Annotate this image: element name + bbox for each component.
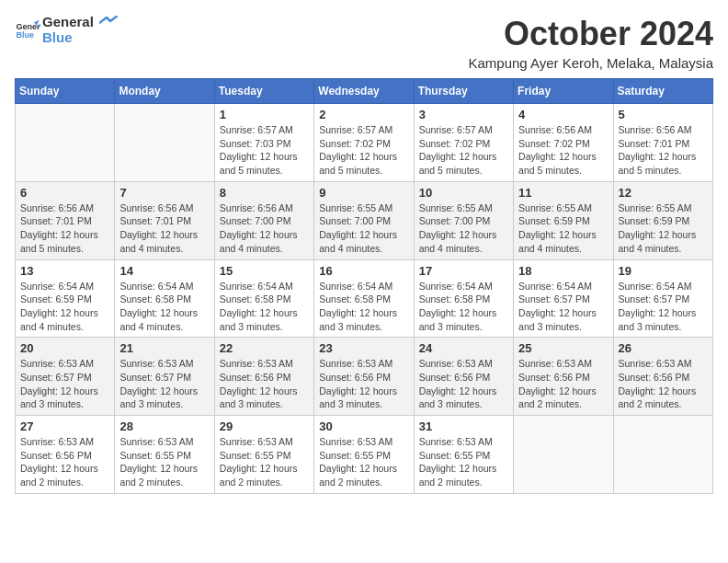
day-info: Sunrise: 6:57 AMSunset: 7:02 PMDaylight:… (419, 123, 508, 178)
day-number: 10 (419, 186, 508, 200)
header-sunday: Sunday (16, 79, 115, 104)
day-info: Sunrise: 6:54 AMSunset: 6:57 PMDaylight:… (619, 280, 708, 334)
day-info: Sunrise: 6:56 AMSunset: 7:00 PMDaylight:… (220, 201, 309, 256)
day-number: 13 (20, 264, 109, 278)
logo: General Blue General Blue (15, 15, 118, 46)
day-info: Sunrise: 6:53 AMSunset: 6:56 PMDaylight:… (20, 435, 109, 489)
location-title: Kampung Ayer Keroh, Melaka, Malaysia (468, 55, 713, 71)
calendar-cell: 25Sunrise: 6:53 AMSunset: 6:56 PMDayligh… (514, 338, 613, 416)
day-number: 14 (119, 264, 209, 278)
header-thursday: Thursday (414, 79, 513, 104)
calendar-cell: 23Sunrise: 6:53 AMSunset: 6:56 PMDayligh… (314, 338, 414, 416)
calendar-header: SundayMondayTuesdayWednesdayThursdayFrid… (16, 79, 713, 104)
day-info: Sunrise: 6:56 AMSunset: 7:01 PMDaylight:… (20, 201, 109, 256)
day-number: 22 (220, 341, 309, 355)
logo-bird-icon (99, 16, 118, 30)
calendar-body: 1Sunrise: 6:57 AMSunset: 7:03 PMDaylight… (16, 104, 713, 494)
day-number: 21 (119, 341, 209, 355)
day-number: 29 (220, 419, 309, 433)
day-info: Sunrise: 6:55 AMSunset: 6:59 PMDaylight:… (619, 201, 708, 256)
day-number: 26 (619, 341, 708, 355)
day-number: 9 (319, 186, 408, 200)
svg-text:Blue: Blue (16, 30, 34, 40)
day-info: Sunrise: 6:53 AMSunset: 6:56 PMDaylight:… (319, 357, 408, 411)
calendar-cell: 4Sunrise: 6:56 AMSunset: 7:02 PMDaylight… (514, 104, 613, 182)
calendar-cell: 13Sunrise: 6:54 AMSunset: 6:59 PMDayligh… (16, 259, 115, 338)
header-monday: Monday (115, 79, 214, 104)
day-info: Sunrise: 6:54 AMSunset: 6:58 PMDaylight:… (220, 280, 309, 334)
week-row-0: 1Sunrise: 6:57 AMSunset: 7:03 PMDaylight… (16, 104, 713, 182)
calendar-cell: 28Sunrise: 6:53 AMSunset: 6:55 PMDayligh… (115, 416, 214, 494)
calendar-cell: 1Sunrise: 6:57 AMSunset: 7:03 PMDaylight… (214, 104, 313, 182)
calendar-cell: 27Sunrise: 6:53 AMSunset: 6:56 PMDayligh… (16, 416, 115, 494)
day-info: Sunrise: 6:53 AMSunset: 6:55 PMDaylight:… (119, 435, 209, 489)
calendar-cell: 26Sunrise: 6:53 AMSunset: 6:56 PMDayligh… (613, 338, 712, 416)
calendar-cell: 31Sunrise: 6:53 AMSunset: 6:55 PMDayligh… (414, 416, 513, 494)
calendar-cell: 15Sunrise: 6:54 AMSunset: 6:58 PMDayligh… (214, 259, 313, 338)
calendar-cell: 8Sunrise: 6:56 AMSunset: 7:00 PMDaylight… (214, 181, 313, 259)
header-saturday: Saturday (613, 79, 712, 104)
week-row-4: 27Sunrise: 6:53 AMSunset: 6:56 PMDayligh… (16, 416, 713, 494)
week-row-2: 13Sunrise: 6:54 AMSunset: 6:59 PMDayligh… (16, 259, 713, 338)
day-info: Sunrise: 6:53 AMSunset: 6:55 PMDaylight:… (319, 435, 408, 489)
day-info: Sunrise: 6:54 AMSunset: 6:58 PMDaylight:… (119, 280, 209, 334)
day-info: Sunrise: 6:53 AMSunset: 6:57 PMDaylight:… (119, 357, 209, 411)
day-number: 31 (419, 419, 508, 433)
calendar-cell (514, 416, 613, 494)
header-row: SundayMondayTuesdayWednesdayThursdayFrid… (16, 79, 713, 104)
day-number: 6 (20, 186, 109, 200)
day-number: 5 (619, 108, 708, 121)
day-number: 2 (319, 108, 408, 121)
day-number: 12 (619, 186, 708, 200)
calendar-cell: 24Sunrise: 6:53 AMSunset: 6:56 PMDayligh… (414, 338, 513, 416)
calendar-cell (115, 104, 214, 182)
day-number: 27 (20, 419, 109, 433)
day-number: 4 (518, 108, 608, 121)
day-number: 19 (619, 264, 708, 278)
week-row-3: 20Sunrise: 6:53 AMSunset: 6:57 PMDayligh… (16, 338, 713, 416)
week-row-1: 6Sunrise: 6:56 AMSunset: 7:01 PMDaylight… (16, 181, 713, 259)
day-info: Sunrise: 6:53 AMSunset: 6:55 PMDaylight:… (419, 435, 508, 489)
day-info: Sunrise: 6:54 AMSunset: 6:58 PMDaylight:… (419, 280, 508, 334)
day-number: 7 (119, 186, 209, 200)
day-info: Sunrise: 6:56 AMSunset: 7:01 PMDaylight:… (119, 201, 209, 256)
day-info: Sunrise: 6:53 AMSunset: 6:56 PMDaylight:… (419, 357, 508, 411)
day-info: Sunrise: 6:54 AMSunset: 6:59 PMDaylight:… (20, 280, 109, 334)
calendar-cell: 3Sunrise: 6:57 AMSunset: 7:02 PMDaylight… (414, 104, 513, 182)
day-number: 3 (419, 108, 508, 121)
logo-blue: Blue (42, 30, 118, 46)
day-number: 25 (518, 341, 608, 355)
day-info: Sunrise: 6:54 AMSunset: 6:57 PMDaylight:… (518, 280, 608, 334)
calendar-cell: 6Sunrise: 6:56 AMSunset: 7:01 PMDaylight… (16, 181, 115, 259)
calendar-cell: 11Sunrise: 6:55 AMSunset: 6:59 PMDayligh… (514, 181, 613, 259)
day-info: Sunrise: 6:54 AMSunset: 6:58 PMDaylight:… (319, 280, 408, 334)
calendar-cell: 10Sunrise: 6:55 AMSunset: 7:00 PMDayligh… (414, 181, 513, 259)
day-info: Sunrise: 6:55 AMSunset: 7:00 PMDaylight:… (319, 201, 408, 256)
header-friday: Friday (514, 79, 613, 104)
title-area: October 2024 Kampung Ayer Keroh, Melaka,… (468, 15, 713, 71)
day-info: Sunrise: 6:53 AMSunset: 6:56 PMDaylight:… (518, 357, 608, 411)
calendar-cell: 7Sunrise: 6:56 AMSunset: 7:01 PMDaylight… (115, 181, 214, 259)
day-info: Sunrise: 6:56 AMSunset: 7:02 PMDaylight:… (518, 123, 608, 178)
day-number: 24 (419, 341, 508, 355)
header-tuesday: Tuesday (214, 79, 313, 104)
calendar-cell: 20Sunrise: 6:53 AMSunset: 6:57 PMDayligh… (16, 338, 115, 416)
day-info: Sunrise: 6:53 AMSunset: 6:56 PMDaylight:… (220, 357, 309, 411)
calendar-cell: 2Sunrise: 6:57 AMSunset: 7:02 PMDaylight… (314, 104, 414, 182)
calendar-cell: 5Sunrise: 6:56 AMSunset: 7:01 PMDaylight… (613, 104, 712, 182)
day-number: 15 (220, 264, 309, 278)
calendar-cell: 12Sunrise: 6:55 AMSunset: 6:59 PMDayligh… (613, 181, 712, 259)
day-info: Sunrise: 6:55 AMSunset: 7:00 PMDaylight:… (419, 201, 508, 256)
day-info: Sunrise: 6:57 AMSunset: 7:03 PMDaylight:… (220, 123, 309, 178)
day-number: 28 (119, 419, 209, 433)
day-number: 17 (419, 264, 508, 278)
day-info: Sunrise: 6:53 AMSunset: 6:56 PMDaylight:… (619, 357, 708, 411)
header: General Blue General Blue October 2024 K… (15, 15, 713, 71)
day-info: Sunrise: 6:56 AMSunset: 7:01 PMDaylight:… (619, 123, 708, 178)
day-info: Sunrise: 6:55 AMSunset: 6:59 PMDaylight:… (518, 201, 608, 256)
day-number: 8 (220, 186, 309, 200)
calendar-cell: 29Sunrise: 6:53 AMSunset: 6:55 PMDayligh… (214, 416, 313, 494)
day-number: 30 (319, 419, 408, 433)
header-wednesday: Wednesday (314, 79, 414, 104)
month-title: October 2024 (468, 15, 713, 53)
